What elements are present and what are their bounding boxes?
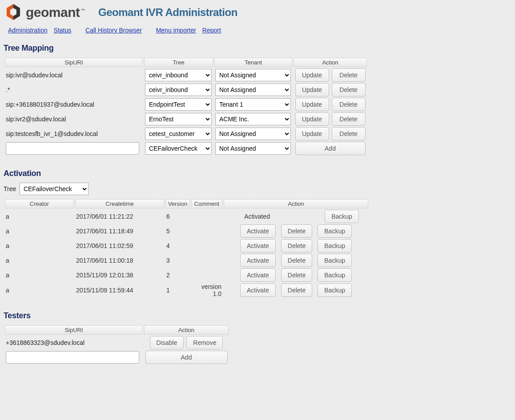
th-act-action: Action <box>224 199 368 208</box>
activation-version: 3 <box>165 254 190 267</box>
delete-button[interactable]: Delete <box>281 268 312 282</box>
tree-mapping-sipuri: .* <box>5 83 143 96</box>
nav-call-history[interactable]: Call History Browser <box>85 27 142 34</box>
tree-mapping-table: SipURI Tree Tenant Action sip:ivr@sdudev… <box>4 56 368 156</box>
activation-comment <box>191 210 222 223</box>
activation-version: 5 <box>165 224 190 238</box>
tree-mapping-sipuri: sip:ivr2@sdudev.local <box>5 112 143 126</box>
activation-time: 2017/06/01 11:00:18 <box>75 254 164 267</box>
tree-mapping-tenant-select[interactable]: Not AssignedTenant 1ACME Inc. <box>215 84 291 96</box>
disable-button[interactable]: Disable <box>150 336 184 349</box>
activation-version: 2 <box>165 268 190 282</box>
tree-mapping-tree-select[interactable]: ceivr_inboundEndpointTestErnoTestcetest_… <box>145 113 212 125</box>
remove-button[interactable]: Remove <box>186 336 223 349</box>
activation-time: 2017/06/01 11:21:22 <box>75 210 164 223</box>
delete-button[interactable]: Delete <box>332 112 366 126</box>
tree-mapping-sipuri: sip:+3618801937@sdudev.local <box>5 98 143 111</box>
nav-report[interactable]: Report <box>202 27 221 34</box>
activation-comment: version 1.0 <box>191 283 222 297</box>
tree-mapping-tree-select[interactable]: ceivr_inboundEndpointTestErnoTestcetest_… <box>145 84 212 96</box>
logo: geomant™ <box>4 3 85 22</box>
page-title: Geomant IVR Administration <box>98 6 237 19</box>
logo-icon <box>4 3 23 22</box>
delete-button[interactable]: Delete <box>281 254 312 267</box>
delete-button[interactable]: Delete <box>332 68 366 82</box>
backup-button[interactable]: Backup <box>318 224 352 238</box>
tree-mapping-tree-select[interactable]: ceivr_inboundEndpointTestErnoTestcetest_… <box>145 98 212 111</box>
activation-table: Creator Createtime Version Comment Actio… <box>4 198 370 299</box>
activation-creator: a <box>5 268 74 282</box>
update-button[interactable]: Update <box>295 98 329 111</box>
top-nav: Administration Status Call History Brows… <box>8 27 511 34</box>
activate-button[interactable]: Activate <box>240 239 276 252</box>
backup-button[interactable]: Backup <box>325 210 359 223</box>
activated-label: Activated <box>230 213 284 220</box>
th-tree: Tree <box>144 58 213 67</box>
activation-heading: Activation <box>4 169 511 178</box>
backup-button[interactable]: Backup <box>318 284 352 297</box>
activation-creator: a <box>5 224 74 238</box>
backup-button[interactable]: Backup <box>318 239 352 252</box>
tree-mapping-new-tenant[interactable]: Not AssignedTenant 1ACME Inc. <box>215 142 291 155</box>
nav-status[interactable]: Status <box>54 27 72 34</box>
tester-add-button[interactable]: Add <box>145 351 228 364</box>
tree-mapping-tenant-select[interactable]: Not AssignedTenant 1ACME Inc. <box>215 69 291 81</box>
tree-mapping-tree-select[interactable]: ceivr_inboundEndpointTestErnoTestcetest_… <box>145 69 212 81</box>
nav-menu-importer[interactable]: Menu importer <box>156 27 196 34</box>
th-creator: Creator <box>5 199 74 208</box>
logo-text: geomant™ <box>26 5 85 20</box>
tree-mapping-tenant-select[interactable]: Not AssignedTenant 1ACME Inc. <box>215 98 291 111</box>
testers-heading: Testers <box>4 311 511 320</box>
tree-mapping-new-tree[interactable]: ceivr_inboundEndpointTestErnoTestcetest_… <box>145 142 212 155</box>
activation-comment <box>191 239 222 252</box>
th-sipuri: SipURI <box>5 58 143 67</box>
activation-time: 2017/06/01 11:18:49 <box>75 224 164 238</box>
th-version: Version <box>165 199 190 208</box>
activation-version: 6 <box>165 210 190 223</box>
activation-time: 2015/11/09 11:59:44 <box>75 283 164 297</box>
update-button[interactable]: Update <box>295 127 329 140</box>
activate-button[interactable]: Activate <box>240 268 276 282</box>
delete-button[interactable]: Delete <box>281 284 312 297</box>
activation-creator: a <box>5 254 74 267</box>
update-button[interactable]: Update <box>295 83 329 96</box>
delete-button[interactable]: Delete <box>332 127 366 140</box>
th-comment: Comment <box>191 199 222 208</box>
update-button[interactable]: Update <box>295 112 329 126</box>
backup-button[interactable]: Backup <box>318 254 352 267</box>
activation-creator: a <box>5 283 74 297</box>
testers-table: SipURI Action +3618863323@sdudev.localDi… <box>4 324 230 365</box>
th-tenant: Tenant <box>214 58 292 67</box>
tree-mapping-add-button[interactable]: Add <box>295 142 366 155</box>
delete-button[interactable]: Delete <box>281 239 312 252</box>
activation-version: 4 <box>165 239 190 252</box>
activation-comment <box>191 224 222 238</box>
activation-comment <box>191 268 222 282</box>
delete-button[interactable]: Delete <box>332 83 366 96</box>
activate-button[interactable]: Activate <box>240 254 276 267</box>
th-createtime: Createtime <box>75 199 164 208</box>
tree-mapping-tenant-select[interactable]: Not AssignedTenant 1ACME Inc. <box>215 128 291 140</box>
activation-tree-select[interactable]: CEFailoverCheckceivr_inboundEndpointTest… <box>20 183 89 195</box>
tester-new-sipuri[interactable] <box>6 351 139 364</box>
backup-button[interactable]: Backup <box>318 268 352 282</box>
activation-creator: a <box>5 210 74 223</box>
tree-mapping-sipuri: sip:testcesfb_ivr_1@sdudev.local <box>5 127 143 140</box>
tester-sipuri: +3618863323@sdudev.local <box>5 336 143 349</box>
tree-mapping-tree-select[interactable]: ceivr_inboundEndpointTestErnoTestcetest_… <box>145 128 212 140</box>
activate-button[interactable]: Activate <box>240 284 276 297</box>
th-action: Action <box>294 58 367 67</box>
tree-mapping-tenant-select[interactable]: Not AssignedTenant 1ACME Inc. <box>215 113 291 125</box>
tree-mapping-sipuri: sip:ivr@sdudev.local <box>5 68 143 82</box>
activate-button[interactable]: Activate <box>240 224 276 238</box>
th-tester-action: Action <box>144 325 229 335</box>
activation-tree-label: Tree <box>4 185 16 192</box>
tree-mapping-new-sipuri[interactable] <box>6 142 139 155</box>
nav-administration[interactable]: Administration <box>8 27 48 34</box>
delete-button[interactable]: Delete <box>281 224 312 238</box>
delete-button[interactable]: Delete <box>332 98 366 111</box>
activation-time: 2017/06/01 11:02:59 <box>75 239 164 252</box>
activation-version: 1 <box>165 283 190 297</box>
tree-mapping-heading: Tree Mapping <box>4 44 511 53</box>
update-button[interactable]: Update <box>295 68 329 82</box>
